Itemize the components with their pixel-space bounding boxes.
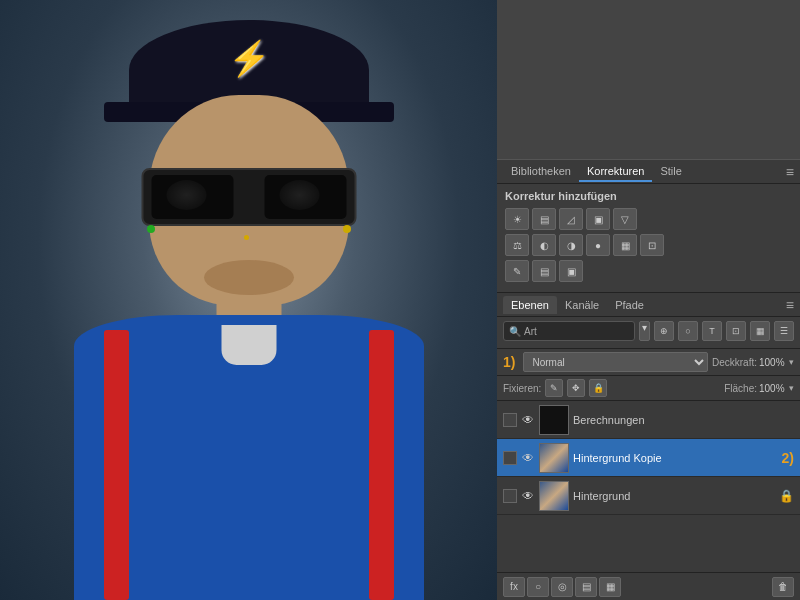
blend-mode-row: 1) Normal Deckkraft: 100% ▾	[497, 349, 800, 376]
fix-row: Fixieren: ✎ ✥ 🔒 Fläche: 100% ▾	[497, 376, 800, 401]
tab-bibliotheken[interactable]: Bibliotheken	[503, 162, 579, 182]
layer-visibility-2[interactable]: 👁	[521, 451, 535, 465]
canvas-area	[497, 0, 800, 160]
bottom-toolbar: fx ○ ◎ ▤ ▦ 🗑	[497, 572, 800, 600]
layer-name-3: Hintergrund	[573, 490, 775, 502]
layer-name-1: Berechnungen	[573, 414, 794, 426]
layer-visibility-1[interactable]: 👁	[521, 413, 535, 427]
gradient-map-icon[interactable]: ▣	[559, 260, 583, 282]
fix-lock-icon[interactable]: 🔒	[589, 379, 607, 397]
bw-icon[interactable]: ◑	[559, 234, 583, 256]
layer-row[interactable]: 👁 Berechnungen	[497, 401, 800, 439]
tab-kanaele[interactable]: Kanäle	[557, 296, 607, 314]
opacity-value: 100%	[759, 357, 787, 368]
posterize-icon[interactable]: ✎	[505, 260, 529, 282]
opacity-label: Deckkraft:	[712, 357, 757, 368]
fix-label: Fixieren:	[503, 383, 541, 394]
fix-draw-icon[interactable]: ✎	[545, 379, 563, 397]
opacity-arrow[interactable]: ▾	[789, 357, 794, 367]
opacity-group: Deckkraft: 100% ▾	[712, 357, 794, 368]
gradient-icon[interactable]: ▽	[613, 208, 637, 230]
panel-collapse-btn[interactable]: ≡	[786, 164, 794, 180]
new-layer-btn[interactable]: ▦	[599, 577, 621, 597]
layer-controls: 🔍 Art ▾ ⊕ ○ T ⊡ ▦ ☰	[497, 317, 800, 349]
fix-move-icon[interactable]: ✥	[567, 379, 585, 397]
tab-stile[interactable]: Stile	[652, 162, 689, 182]
correction-icons-row3: ✎ ▤ ▣	[505, 260, 792, 282]
korrekturen-title: Korrektur hinzufügen	[505, 190, 792, 202]
layer-checkbox-1[interactable]	[503, 413, 517, 427]
tab-korrekturen[interactable]: Korrekturen	[579, 162, 652, 182]
flache-value: 100%	[759, 383, 787, 394]
layer-thumbnail-2	[539, 443, 569, 473]
exposure-icon[interactable]: ▣	[586, 208, 610, 230]
invert-icon[interactable]: ⊡	[640, 234, 664, 256]
panel-tabs-row2: Ebenen Kanäle Pfade ≡	[497, 293, 800, 317]
flache-label: Fläche:	[724, 383, 757, 394]
layer-menu-icon[interactable]: ☰	[774, 321, 794, 341]
new-fill-icon[interactable]: ○	[527, 577, 549, 597]
layers-list: 👁 Berechnungen 👁 Hintergrund Kopie 2) 👁 …	[497, 401, 800, 572]
curves-icon[interactable]: ◿	[559, 208, 583, 230]
korrekturen-panel: Korrektur hinzufügen ☀ ▤ ◿ ▣ ▽ ⚖ ◐ ◑ ● ▦…	[497, 184, 800, 293]
new-group-btn[interactable]: ▤	[575, 577, 597, 597]
blend-mode-select[interactable]: Normal	[523, 352, 708, 372]
tab-pfade[interactable]: Pfade	[607, 296, 652, 314]
brightness-icon[interactable]: ☀	[505, 208, 529, 230]
search-placeholder: Art	[524, 326, 537, 337]
flache-group: Fläche: 100% ▾	[724, 383, 794, 394]
layer-search-box[interactable]: 🔍 Art	[503, 321, 635, 341]
layer-lock-icon: 🔒	[779, 489, 794, 503]
fx-button[interactable]: fx	[503, 577, 525, 597]
filter-select[interactable]: ▾	[639, 321, 650, 341]
threshold-icon[interactable]: ▤	[532, 260, 556, 282]
smart-icon[interactable]: ▦	[750, 321, 770, 341]
channelmix-icon[interactable]: ▦	[613, 234, 637, 256]
adjustment-layer-icon[interactable]: ◎	[551, 577, 573, 597]
layer-thumbnail-3	[539, 481, 569, 511]
text-icon[interactable]: T	[702, 321, 722, 341]
levels-icon[interactable]: ▤	[532, 208, 556, 230]
layer-row[interactable]: 👁 Hintergrund Kopie 2)	[497, 439, 800, 477]
layer-thumbnail-1	[539, 405, 569, 435]
photofilter-icon[interactable]: ●	[586, 234, 610, 256]
layer-row[interactable]: 👁 Hintergrund 🔒	[497, 477, 800, 515]
delete-layer-btn[interactable]: 🗑	[772, 577, 794, 597]
search-icon: 🔍	[509, 326, 521, 337]
right-panel: Bibliotheken Korrekturen Stile ≡ Korrekt…	[497, 0, 800, 600]
photo-area: ⚡	[0, 0, 497, 600]
pixel-icon[interactable]: ○	[678, 321, 698, 341]
colorbalance-icon[interactable]: ◐	[532, 234, 556, 256]
step-label-2: 2)	[782, 450, 794, 466]
layer-checkbox-3[interactable]	[503, 489, 517, 503]
correction-icons-row2: ⚖ ◐ ◑ ● ▦ ⊡	[505, 234, 792, 256]
layers-collapse-btn[interactable]: ≡	[786, 297, 794, 313]
adjustment-icon[interactable]: ⊡	[726, 321, 746, 341]
hsl-icon[interactable]: ⚖	[505, 234, 529, 256]
layer-checkbox-2[interactable]	[503, 451, 517, 465]
tab-ebenen[interactable]: Ebenen	[503, 296, 557, 314]
flache-arrow[interactable]: ▾	[789, 383, 794, 393]
new-group-icon[interactable]: ⊕	[654, 321, 674, 341]
step-label-1: 1)	[503, 354, 515, 370]
layer-visibility-3[interactable]: 👁	[521, 489, 535, 503]
layer-name-2: Hintergrund Kopie	[573, 452, 778, 464]
correction-icons-row1: ☀ ▤ ◿ ▣ ▽	[505, 208, 792, 230]
panel-tabs-row1: Bibliotheken Korrekturen Stile ≡	[497, 160, 800, 184]
